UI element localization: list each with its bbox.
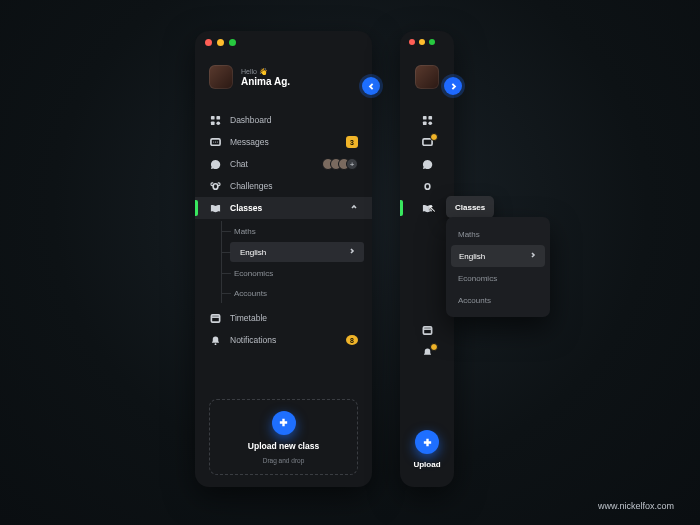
nav-challenges[interactable]: Challenges	[195, 175, 372, 197]
messages-badge: 3	[346, 136, 358, 148]
nav-list: Dashboard Messages 3 Chat +	[195, 109, 372, 351]
class-economics-label: Economics	[234, 269, 273, 278]
class-maths-label: Maths	[458, 230, 480, 239]
dashboard-icon	[209, 114, 221, 126]
classes-subtree: Maths English Economics Accounts	[221, 221, 372, 303]
svg-rect-17	[423, 326, 431, 333]
sidebar-expanded: Hello 👋 Anima Ag. Dashboard Messages 3	[195, 31, 372, 487]
svg-point-10	[214, 343, 216, 345]
class-accounts[interactable]: Accounts	[222, 283, 372, 303]
nav-chat-label: Chat	[230, 159, 313, 169]
profile-block[interactable]: Hello 👋 Anima Ag.	[209, 65, 290, 89]
class-english[interactable]: English	[451, 245, 545, 267]
upload-title: Upload new class	[248, 441, 319, 451]
upload-subtitle: Drag and drop	[263, 457, 305, 464]
upload-dropzone[interactable]: Upload new class Drag and drop	[209, 399, 358, 475]
challenges-icon	[421, 180, 433, 192]
notifications-icon	[209, 334, 221, 346]
minimize-dot[interactable]	[419, 39, 425, 45]
class-economics[interactable]: Economics	[446, 267, 550, 289]
zoom-dot[interactable]	[229, 39, 236, 46]
avatar-more[interactable]: +	[346, 158, 358, 170]
nav-messages-label: Messages	[230, 137, 337, 147]
upload-add-button[interactable]	[272, 411, 296, 435]
zoom-dot[interactable]	[429, 39, 435, 45]
chevron-right-icon	[449, 82, 458, 91]
window-traffic-lights	[409, 39, 435, 45]
class-accounts-label: Accounts	[234, 289, 267, 298]
nav-timetable[interactable]: Timetable	[195, 307, 372, 329]
svg-rect-13	[422, 121, 426, 125]
nav-chat[interactable]	[400, 153, 454, 175]
chat-icon	[421, 158, 433, 170]
nav-timetable[interactable]	[400, 319, 454, 341]
class-maths[interactable]: Maths	[222, 221, 372, 241]
class-maths-label: Maths	[234, 227, 256, 236]
credit-link[interactable]: www.nickelfox.com	[598, 501, 674, 511]
svg-rect-1	[216, 115, 220, 119]
nav-chat[interactable]: Chat +	[195, 153, 372, 175]
upload-short-label: Upload	[413, 460, 440, 469]
notifications-icon	[421, 346, 433, 358]
svg-rect-9	[211, 314, 219, 321]
user-name: Anima Ag.	[241, 76, 290, 87]
nav-messages[interactable]	[400, 131, 454, 153]
collapse-sidebar-button[interactable]	[362, 77, 380, 95]
messages-icon	[209, 136, 221, 148]
close-dot[interactable]	[409, 39, 415, 45]
class-economics[interactable]: Economics	[222, 263, 372, 283]
svg-point-6	[214, 141, 215, 142]
tooltip-classes-label: Classes	[455, 203, 485, 212]
class-accounts[interactable]: Accounts	[446, 289, 550, 311]
svg-point-5	[213, 141, 214, 142]
svg-point-7	[216, 141, 217, 142]
nav-challenges[interactable]	[400, 175, 454, 197]
svg-point-3	[216, 121, 220, 125]
nav-challenges-label: Challenges	[230, 181, 358, 191]
nav-classes[interactable]: Classes	[195, 197, 372, 219]
upload-add-button[interactable]	[415, 430, 439, 454]
class-english-label: English	[240, 248, 266, 257]
nav-classes-label: Classes	[230, 203, 341, 213]
svg-rect-2	[210, 121, 214, 125]
close-dot[interactable]	[205, 39, 212, 46]
nav-classes[interactable]: Classes	[400, 197, 454, 219]
svg-point-14	[428, 121, 432, 125]
avatar	[209, 65, 233, 89]
svg-rect-0	[210, 115, 214, 119]
timetable-icon	[209, 312, 221, 324]
messages-icon	[421, 136, 433, 148]
class-english[interactable]: English	[230, 242, 364, 262]
challenges-icon	[209, 180, 221, 192]
chevron-right-icon	[529, 251, 537, 261]
plus-icon	[422, 437, 433, 448]
nav-messages[interactable]: Messages 3	[195, 131, 372, 153]
nav-notifications[interactable]: Notifications 8	[195, 329, 372, 351]
nav-notifications[interactable]	[400, 341, 454, 363]
class-accounts-label: Accounts	[458, 296, 491, 305]
nav-dashboard-label: Dashboard	[230, 115, 358, 125]
upload-collapsed[interactable]: Upload	[400, 430, 454, 469]
nav-timetable-label: Timetable	[230, 313, 358, 323]
timetable-icon	[421, 324, 433, 336]
nav-notifications-label: Notifications	[230, 335, 337, 345]
class-maths[interactable]: Maths	[446, 223, 550, 245]
class-economics-label: Economics	[458, 274, 497, 283]
minimize-dot[interactable]	[217, 39, 224, 46]
svg-rect-11	[422, 115, 426, 119]
class-english-label: English	[459, 252, 485, 261]
window-traffic-lights	[205, 39, 236, 46]
notifications-badge-dot	[430, 343, 438, 351]
nav-dashboard[interactable]: Dashboard	[195, 109, 372, 131]
sidebar-collapsed: Classes ↖ Maths English Economics Accoun…	[400, 31, 454, 487]
avatar[interactable]	[415, 65, 439, 89]
classes-icon	[209, 202, 221, 214]
chat-icon	[209, 158, 221, 170]
classes-flyout: Maths English Economics Accounts	[446, 217, 550, 317]
chevron-right-icon	[348, 247, 356, 257]
nav-dashboard[interactable]	[400, 109, 454, 131]
plus-icon	[278, 417, 289, 428]
expand-sidebar-button[interactable]	[444, 77, 462, 95]
chat-avatars: +	[322, 158, 358, 170]
chevron-up-icon	[350, 203, 358, 213]
